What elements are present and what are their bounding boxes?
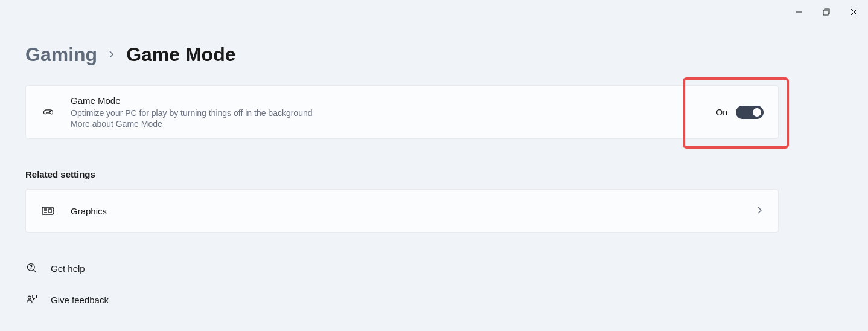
close-button[interactable] xyxy=(840,0,868,24)
game-mode-toggle-area: On xyxy=(716,106,764,119)
minimize-button[interactable] xyxy=(785,0,812,24)
feedback-icon xyxy=(25,293,39,306)
graphics-label: Graphics xyxy=(71,206,107,216)
give-feedback-label: Give feedback xyxy=(51,295,109,305)
breadcrumb: Gaming Game Mode xyxy=(25,43,843,66)
breadcrumb-current: Game Mode xyxy=(126,43,235,66)
help-icon xyxy=(25,262,39,275)
svg-point-16 xyxy=(28,296,31,299)
game-mode-toggle[interactable] xyxy=(736,106,764,119)
chevron-right-icon xyxy=(108,48,115,61)
game-mode-icon xyxy=(40,104,56,120)
game-mode-card: Game Mode Optimize your PC for play by t… xyxy=(25,85,779,139)
related-settings-header: Related settings xyxy=(25,169,843,179)
get-help-label: Get help xyxy=(51,263,85,274)
game-mode-title: Game Mode xyxy=(71,95,716,106)
game-mode-subtitle: Optimize your PC for play by turning thi… xyxy=(71,107,716,119)
chevron-right-icon xyxy=(756,205,764,216)
svg-point-5 xyxy=(50,111,51,111)
graphics-icon xyxy=(40,203,56,219)
toggle-knob xyxy=(753,108,761,117)
toggle-label: On xyxy=(716,108,727,117)
svg-point-15 xyxy=(31,269,31,269)
give-feedback-link[interactable]: Give feedback xyxy=(25,288,843,311)
game-mode-more-link[interactable]: More about Game Mode xyxy=(71,119,716,129)
svg-rect-10 xyxy=(49,209,51,213)
get-help-link[interactable]: Get help xyxy=(25,257,843,280)
breadcrumb-parent[interactable]: Gaming xyxy=(25,43,97,66)
svg-rect-17 xyxy=(33,295,37,298)
window-controls xyxy=(785,0,868,24)
game-mode-text: Game Mode Optimize your PC for play by t… xyxy=(71,95,716,129)
svg-rect-2 xyxy=(823,10,828,15)
maximize-button[interactable] xyxy=(812,0,840,24)
graphics-row[interactable]: Graphics xyxy=(25,189,779,233)
